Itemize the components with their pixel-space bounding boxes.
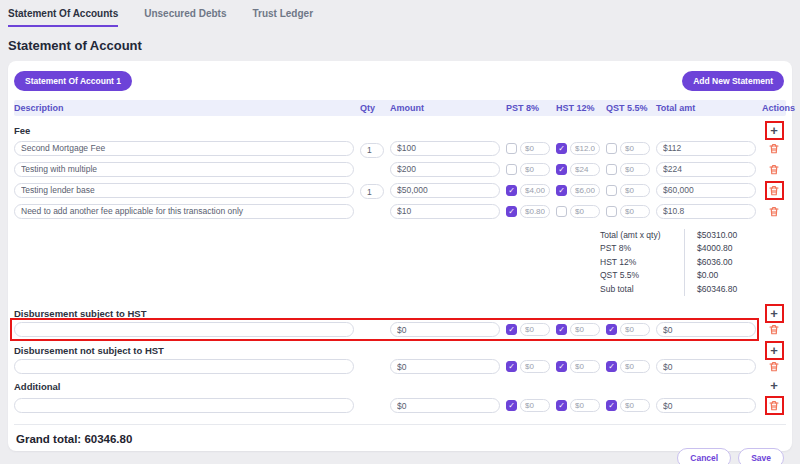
grand-total: Grand total: 60346.80	[16, 433, 786, 445]
amount-input[interactable]	[390, 398, 500, 413]
qst-amount-input[interactable]	[620, 205, 650, 218]
tabs: Statement Of Accounts Unsecured Debts Tr…	[0, 0, 800, 27]
amount-input[interactable]	[390, 141, 500, 156]
hst-checkbox[interactable]: ✓	[556, 361, 567, 372]
hst-amount-input[interactable]	[570, 142, 600, 155]
delete-row-button[interactable]	[768, 205, 780, 218]
amount-input[interactable]	[390, 183, 500, 198]
add-row-button-disbursement-not-subject-to-hst[interactable]: +	[770, 345, 778, 357]
pst-amount-input[interactable]	[520, 399, 550, 412]
pst-amount-input[interactable]	[520, 184, 550, 197]
pst-checkbox[interactable]	[506, 143, 517, 154]
hst-cell: ✓	[556, 360, 600, 373]
delete-row-button[interactable]	[768, 163, 780, 176]
total-amt-input[interactable]	[656, 204, 756, 219]
total-amt-input[interactable]	[656, 183, 756, 198]
tab-trust-ledger[interactable]: Trust Ledger	[252, 8, 313, 27]
qst-amount-input[interactable]	[620, 142, 650, 155]
description-input[interactable]	[14, 141, 354, 156]
total-amt-input[interactable]	[656, 141, 756, 156]
amount-input[interactable]	[390, 204, 500, 219]
pst-amount-input[interactable]	[520, 323, 550, 336]
add-row-button-fee[interactable]: +	[770, 125, 778, 137]
description-input[interactable]	[14, 162, 354, 177]
qty-input[interactable]	[360, 184, 384, 199]
footer-divider	[14, 424, 786, 425]
col-total-amt: Total amt	[656, 103, 756, 113]
delete-row-button[interactable]	[768, 399, 780, 412]
description-input[interactable]	[14, 322, 354, 337]
col-qty: Qty	[360, 103, 384, 113]
description-input[interactable]	[14, 204, 354, 219]
pst-amount-input[interactable]	[520, 360, 550, 373]
qst-checkbox[interactable]	[606, 206, 617, 217]
total-amt-input[interactable]	[656, 322, 756, 337]
hst-amount-input[interactable]	[570, 163, 600, 176]
tab-statement-of-accounts[interactable]: Statement Of Accounts	[8, 8, 118, 27]
hst-checkbox[interactable]: ✓	[556, 185, 567, 196]
total-amt-input[interactable]	[656, 398, 756, 413]
section-header-disbursement-not-subject-to-hst: Disbursement not subject to HST+	[14, 341, 786, 357]
delete-row-button[interactable]	[768, 360, 780, 373]
qty-input[interactable]	[360, 143, 384, 158]
amount-input[interactable]	[390, 359, 500, 374]
pst-checkbox[interactable]	[506, 164, 517, 175]
hst-amount-input[interactable]	[570, 323, 600, 336]
add-row-button-disbursement-subject-to-hst[interactable]: +	[770, 308, 778, 320]
pst-amount-input[interactable]	[520, 163, 550, 176]
qst-checkbox[interactable]	[606, 164, 617, 175]
qst-amount-input[interactable]	[620, 399, 650, 412]
hst-amount-input[interactable]	[570, 184, 600, 197]
table-row: ✓✓✓	[14, 396, 786, 415]
description-input[interactable]	[14, 183, 354, 198]
qst-checkbox[interactable]: ✓	[606, 324, 617, 335]
totals-row: Sub total$60346.80	[600, 283, 780, 297]
hst-cell: ✓	[556, 163, 600, 176]
pst-checkbox[interactable]: ✓	[506, 324, 517, 335]
qst-checkbox[interactable]	[606, 185, 617, 196]
qst-amount-input[interactable]	[620, 184, 650, 197]
qst-amount-input[interactable]	[620, 360, 650, 373]
add-new-statement-button[interactable]: Add New Statement	[682, 71, 784, 91]
qst-amount-input[interactable]	[620, 163, 650, 176]
delete-row-button[interactable]	[768, 142, 780, 155]
delete-row-button[interactable]	[768, 184, 780, 197]
qst-amount-input[interactable]	[620, 323, 650, 336]
pst-checkbox[interactable]: ✓	[506, 185, 517, 196]
save-button[interactable]: Save	[738, 448, 784, 464]
pst-checkbox[interactable]: ✓	[506, 361, 517, 372]
total-amt-input[interactable]	[656, 359, 756, 374]
section-title: Disbursement not subject to HST	[14, 345, 756, 356]
hst-amount-input[interactable]	[570, 399, 600, 412]
qst-cell	[606, 205, 650, 218]
row-actions	[762, 163, 786, 176]
tab-unsecured-debts[interactable]: Unsecured Debts	[144, 8, 226, 27]
pst-checkbox[interactable]: ✓	[506, 206, 517, 217]
hst-amount-input[interactable]	[570, 205, 600, 218]
qst-checkbox[interactable]: ✓	[606, 361, 617, 372]
statement-of-account-1-button[interactable]: Statement Of Account 1	[14, 71, 132, 91]
amount-input[interactable]	[390, 162, 500, 177]
description-input[interactable]	[14, 359, 354, 374]
description-input[interactable]	[14, 398, 354, 413]
section-header-fee: Fee+	[14, 121, 786, 137]
pst-amount-input[interactable]	[520, 142, 550, 155]
total-amt-input[interactable]	[656, 162, 756, 177]
hst-amount-input[interactable]	[570, 360, 600, 373]
qty-cell	[360, 139, 384, 158]
add-row-button-additional[interactable]: +	[770, 380, 778, 392]
qst-checkbox[interactable]: ✓	[606, 400, 617, 411]
delete-row-button[interactable]	[768, 323, 780, 336]
hst-checkbox[interactable]: ✓	[556, 164, 567, 175]
hst-checkbox[interactable]: ✓	[556, 400, 567, 411]
qst-checkbox[interactable]	[606, 143, 617, 154]
pst-checkbox[interactable]: ✓	[506, 400, 517, 411]
hst-checkbox[interactable]	[556, 206, 567, 217]
pst-cell: ✓	[506, 399, 550, 412]
hst-checkbox[interactable]: ✓	[556, 143, 567, 154]
cancel-button[interactable]: Cancel	[677, 448, 731, 464]
col-hst: HST 12%	[556, 103, 600, 113]
hst-checkbox[interactable]: ✓	[556, 324, 567, 335]
pst-amount-input[interactable]	[520, 205, 550, 218]
amount-input[interactable]	[390, 322, 500, 337]
